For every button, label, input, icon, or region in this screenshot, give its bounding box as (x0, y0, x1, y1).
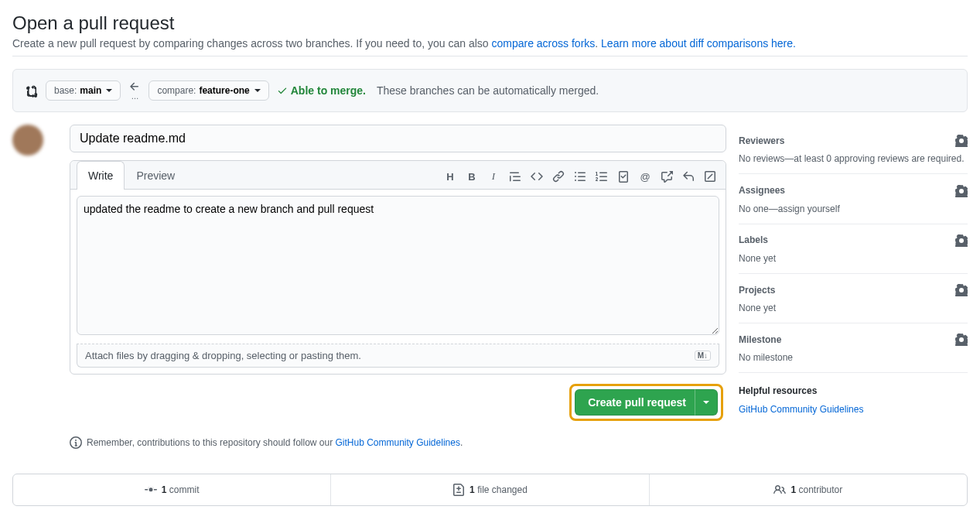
page-subtitle: Create a new pull request by comparing c… (12, 37, 968, 50)
reply-icon[interactable] (682, 170, 695, 183)
bold-icon[interactable]: B (466, 170, 478, 183)
italic-icon[interactable]: I (487, 170, 500, 183)
ordered-list-icon[interactable] (596, 170, 608, 183)
files-count: 1 (470, 484, 475, 495)
base-label: base: (54, 85, 77, 96)
sidebar-milestone-title: Milestone (739, 334, 781, 345)
tab-preview[interactable]: Preview (125, 161, 186, 190)
commit-icon (145, 484, 157, 496)
branch-compare-bar: base: main … compare: feature-one Able t… (12, 69, 968, 112)
heading-icon[interactable]: H (444, 170, 456, 183)
diff-stats-bar: 1 commit 1 file changed 1 contributor (12, 474, 968, 506)
compare-branch-selector[interactable]: compare: feature-one (149, 80, 268, 101)
attach-hint[interactable]: Attach files by dragging & dropping, sel… (77, 344, 719, 368)
tab-write[interactable]: Write (77, 161, 125, 190)
assign-yourself-link[interactable]: assign yourself (778, 204, 840, 214)
mention-icon[interactable]: @ (639, 170, 651, 183)
caret-down-icon (254, 89, 261, 92)
helpful-resources-link[interactable]: GitHub Community Guidelines (739, 404, 863, 415)
cross-reference-icon[interactable] (661, 170, 673, 183)
base-value: main (80, 85, 101, 96)
assignees-pre: No one— (739, 204, 778, 214)
sidebar-labels-body: None yet (739, 253, 968, 264)
sidebar-milestone-body: No milestone (739, 352, 968, 363)
gear-icon[interactable] (955, 283, 968, 296)
stats-commits[interactable]: 1 commit (13, 474, 330, 505)
unordered-list-icon[interactable] (574, 170, 586, 183)
gear-icon[interactable] (955, 333, 968, 346)
markdown-badge-icon[interactable]: M↓ (695, 351, 711, 361)
sidebar-projects-title: Projects (739, 285, 775, 296)
avatar (12, 125, 43, 156)
diff-icon[interactable] (704, 170, 716, 183)
sidebar-reviewers-body: No reviews—at least 0 approving reviews … (739, 153, 968, 164)
contribution-footnote: Remember, contributions to this reposito… (70, 436, 726, 449)
caret-down-icon (703, 401, 709, 404)
stats-contributors[interactable]: 1 contributor (649, 474, 967, 505)
gear-icon[interactable] (955, 234, 968, 247)
compare-icon (26, 84, 38, 97)
create-pull-request-dropdown[interactable] (695, 389, 718, 416)
quote-icon[interactable] (509, 170, 521, 183)
people-icon (773, 484, 786, 496)
arrow-left-icon: … (128, 80, 141, 101)
header-divider (12, 56, 968, 56)
code-icon[interactable] (531, 170, 543, 183)
compare-forks-link[interactable]: compare across forks (491, 37, 595, 50)
sidebar-projects-body: None yet (739, 303, 968, 313)
gear-icon[interactable] (955, 134, 968, 147)
base-branch-selector[interactable]: base: main (46, 80, 121, 101)
create-pr-highlight: Create pull request (569, 384, 723, 421)
comment-box: Write Preview H B I @ (70, 160, 726, 375)
compare-value: feature-one (199, 85, 249, 96)
stats-files[interactable]: 1 file changed (330, 474, 648, 505)
create-pull-request-button[interactable]: Create pull request (575, 389, 699, 416)
pr-body-textarea[interactable] (77, 196, 719, 335)
markdown-toolbar: H B I @ (435, 164, 726, 189)
merge-status: Able to merge. (277, 84, 366, 97)
gear-icon[interactable] (955, 183, 968, 197)
files-label: file changed (475, 484, 528, 495)
caret-down-icon (106, 89, 112, 92)
footnote-pre: Remember, contributions to this reposito… (87, 437, 336, 448)
merge-note: These branches can be automatically merg… (377, 84, 599, 97)
sidebar-assignees-body: No one—assign yourself (739, 204, 968, 214)
file-diff-icon (452, 484, 465, 496)
subtitle-text: Create a new pull request by comparing c… (12, 37, 491, 50)
footnote-post: . (460, 437, 463, 448)
merge-status-text: Able to merge. (291, 84, 366, 97)
sidebar-labels-title: Labels (739, 234, 768, 245)
sidebar-reviewers-title: Reviewers (739, 135, 784, 146)
learn-more-link[interactable]: Learn more about diff comparisons here. (601, 37, 796, 50)
compare-label: compare: (157, 85, 196, 96)
pr-title-input[interactable] (70, 125, 726, 152)
helpful-resources-title: Helpful resources (739, 385, 968, 396)
link-icon[interactable] (552, 170, 565, 183)
community-guidelines-link[interactable]: GitHub Community Guidelines (336, 437, 460, 448)
commits-count: 1 (162, 484, 167, 495)
sidebar-assignees-title: Assignees (739, 185, 785, 196)
attach-hint-text: Attach files by dragging & dropping, sel… (85, 350, 361, 361)
page-title: Open a pull request (12, 12, 968, 34)
commits-label: commit (167, 484, 200, 495)
task-list-icon[interactable] (617, 170, 630, 183)
subtitle-sep: . (595, 37, 601, 50)
info-icon (70, 436, 82, 449)
contributors-label: contributor (796, 484, 842, 495)
